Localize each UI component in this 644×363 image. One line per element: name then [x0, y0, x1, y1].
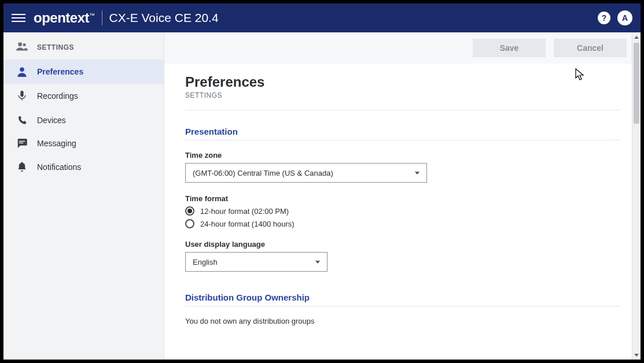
- sidebar-group-label: SETTINGS: [37, 43, 74, 51]
- distribution-empty-text: You do not own any distribution groups: [185, 317, 620, 325]
- section-title-distribution: Distribution Group Ownership: [185, 292, 620, 306]
- divider: [185, 110, 620, 110]
- timeformat-option-12h[interactable]: 12-hour format (02:00 PM): [185, 206, 620, 216]
- sidebar-item-label: Messaging: [37, 139, 76, 148]
- scroll-up-icon[interactable]: [632, 32, 641, 42]
- microphone-icon: [16, 91, 28, 101]
- svg-point-2: [20, 68, 24, 72]
- cancel-button[interactable]: Cancel: [554, 39, 627, 57]
- chevron-down-icon: [315, 261, 320, 264]
- sidebar-group-header: SETTINGS: [3, 32, 164, 60]
- menu-icon[interactable]: [12, 11, 25, 25]
- toolbar: Save Cancel: [164, 32, 641, 64]
- language-select[interactable]: English: [185, 252, 327, 272]
- content-area: Preferences SETTINGS Presentation Time z…: [164, 64, 641, 360]
- people-icon: [16, 42, 28, 53]
- svg-point-1: [23, 43, 26, 46]
- sidebar-item-label: Recordings: [37, 91, 78, 101]
- sidebar-item-recordings[interactable]: Recordings: [3, 84, 164, 108]
- timezone-value: (GMT-06:00) Central Time (US & Canada): [193, 169, 333, 177]
- titlebar: opentext™ CX-E Voice CE 20.4 ? A: [3, 3, 641, 32]
- sidebar-item-messaging[interactable]: Messaging: [3, 132, 164, 155]
- timezone-select[interactable]: (GMT-06:00) Central Time (US & Canada): [185, 163, 427, 183]
- sidebar-item-label: Preferences: [37, 67, 83, 76]
- page-title: Preferences: [185, 74, 620, 90]
- section-title-presentation: Presentation: [185, 127, 620, 140]
- svg-rect-3: [20, 91, 23, 97]
- help-icon[interactable]: ?: [598, 12, 610, 24]
- divider: [102, 10, 102, 25]
- bell-icon: [16, 162, 28, 172]
- phone-icon: [16, 115, 28, 125]
- product-name: CX-E Voice CE 20.4: [109, 11, 219, 25]
- chevron-down-icon: [415, 172, 419, 175]
- scroll-thumb[interactable]: [634, 43, 639, 124]
- sidebar-item-preferences[interactable]: Preferences: [3, 60, 164, 84]
- scroll-down-icon[interactable]: [632, 350, 641, 360]
- sidebar-item-label: Notifications: [37, 162, 81, 172]
- radio-icon: [185, 206, 194, 216]
- timeformat-option-24h[interactable]: 24-hour format (1400 hours): [185, 219, 620, 228]
- sidebar-item-notifications[interactable]: Notifications: [3, 155, 164, 179]
- svg-rect-5: [19, 143, 23, 143]
- brand-logo: opentext™: [34, 10, 95, 26]
- radio-label: 24-hour format (1400 hours): [200, 220, 295, 228]
- save-button[interactable]: Save: [473, 39, 546, 57]
- person-icon: [16, 66, 28, 77]
- sidebar: SETTINGS Preferences Recordings Devices: [3, 32, 164, 360]
- sidebar-item-devices[interactable]: Devices: [3, 108, 164, 132]
- avatar[interactable]: A: [617, 10, 632, 25]
- radio-icon: [185, 219, 194, 228]
- language-label: User display language: [185, 240, 620, 249]
- timeformat-label: Time format: [185, 194, 620, 203]
- svg-rect-4: [19, 141, 25, 142]
- page-subtitle: SETTINGS: [185, 91, 620, 99]
- radio-label: 12-hour format (02:00 PM): [200, 207, 289, 216]
- timezone-label: Time zone: [185, 151, 620, 160]
- language-value: English: [193, 258, 218, 266]
- scrollbar-vertical[interactable]: [632, 32, 641, 360]
- sidebar-item-label: Devices: [37, 116, 66, 125]
- message-icon: [16, 139, 28, 148]
- svg-point-0: [18, 42, 22, 46]
